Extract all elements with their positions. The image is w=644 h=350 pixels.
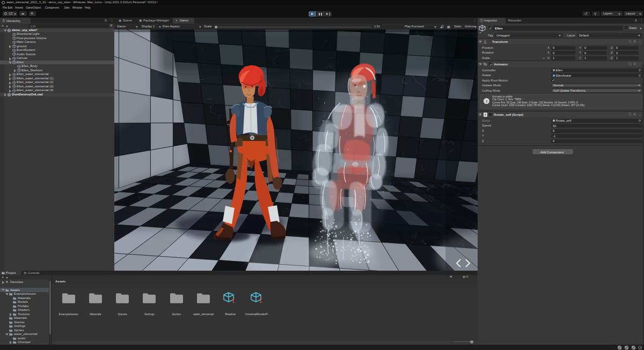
svg-text:{ }: { } (259, 298, 265, 303)
svg-text:{ }: { } (232, 298, 237, 303)
